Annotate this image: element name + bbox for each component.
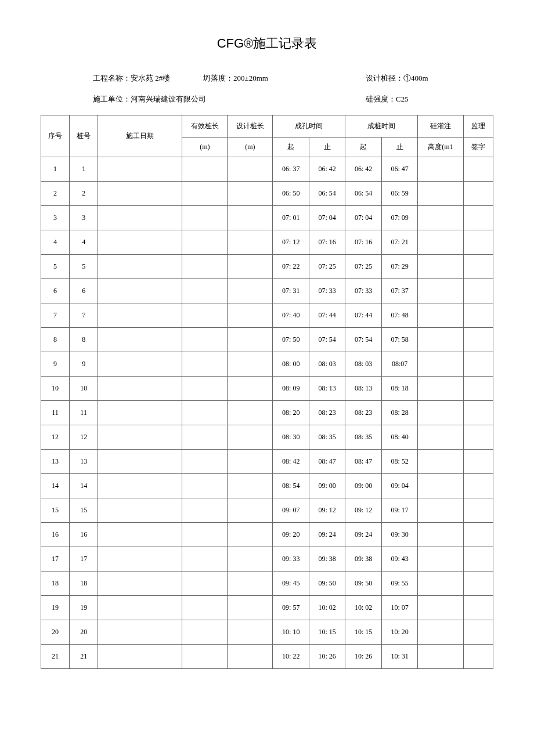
cell-pile-stop: 07: 48 xyxy=(381,303,417,328)
cell-hole-start: 09: 20 xyxy=(273,523,309,547)
cell-seq: 6 xyxy=(41,279,70,303)
cell-date xyxy=(98,352,182,377)
cell-sign xyxy=(463,352,493,377)
cell-pile-start: 09: 38 xyxy=(345,547,381,571)
cell-pile-start: 08: 13 xyxy=(345,377,381,401)
cell-pour xyxy=(418,157,463,182)
cell-pile-start: 09: 50 xyxy=(345,571,381,596)
cell-efflen xyxy=(182,596,228,620)
cell-date xyxy=(98,303,182,328)
cell-pile: 14 xyxy=(70,474,98,498)
cell-pile-start: 07: 54 xyxy=(345,328,381,352)
cell-deslen xyxy=(228,401,273,425)
cell-date xyxy=(98,230,182,255)
cell-seq: 14 xyxy=(41,474,70,498)
cell-deslen xyxy=(228,377,273,401)
cell-pile-stop: 07: 09 xyxy=(381,206,417,230)
cell-deslen xyxy=(228,547,273,571)
cell-efflen xyxy=(182,352,228,377)
cell-efflen xyxy=(182,571,228,596)
cell-pour xyxy=(418,206,463,230)
cell-deslen xyxy=(228,620,273,645)
cell-seq: 1 xyxy=(41,157,70,182)
table-row: 161609: 2009: 2409: 2409: 30 xyxy=(41,523,493,547)
meta-slump-value: 200±20mm xyxy=(233,74,268,82)
cell-pile: 19 xyxy=(70,596,98,620)
cell-pile-stop: 08: 28 xyxy=(381,401,417,425)
cell-hole-start: 08: 54 xyxy=(273,474,309,498)
cell-hole-stop: 08: 35 xyxy=(309,425,345,450)
table-row: 4407: 1207: 1607: 1607: 21 xyxy=(41,230,493,255)
cell-efflen xyxy=(182,303,228,328)
cell-efflen xyxy=(182,498,228,523)
cell-pile-start: 06: 42 xyxy=(345,157,381,182)
th-signature: 签字 xyxy=(463,138,493,157)
cell-seq: 17 xyxy=(41,547,70,571)
cell-pile: 16 xyxy=(70,523,98,547)
cell-pile-stop: 08: 52 xyxy=(381,450,417,474)
th-height: 高度(m1 xyxy=(418,138,463,157)
cell-pour xyxy=(418,401,463,425)
cell-deslen xyxy=(228,474,273,498)
table-row: 212110: 2210: 2610: 2610: 31 xyxy=(41,645,493,669)
cell-hole-start: 08: 09 xyxy=(273,377,309,401)
cell-deslen xyxy=(228,450,273,474)
cell-date xyxy=(98,474,182,498)
th-pile-start: 起 xyxy=(345,138,381,157)
cell-sign xyxy=(463,498,493,523)
cell-pile-stop: 07: 29 xyxy=(381,255,417,279)
table-row: 181809: 4509: 5009: 5009: 55 xyxy=(41,571,493,596)
cell-hole-stop: 06: 42 xyxy=(309,157,345,182)
th-piletime: 成桩时间 xyxy=(345,115,418,138)
cell-seq: 8 xyxy=(41,328,70,352)
cell-sign xyxy=(463,303,493,328)
cell-pile-stop: 09: 43 xyxy=(381,547,417,571)
cell-hole-start: 06: 37 xyxy=(273,157,309,182)
cell-pour xyxy=(418,596,463,620)
cell-efflen xyxy=(182,255,228,279)
cell-efflen xyxy=(182,474,228,498)
table-row: 141408: 5409: 0009: 0009: 04 xyxy=(41,474,493,498)
cell-hole-stop: 08: 13 xyxy=(309,377,345,401)
table-row: 1106: 3706: 4206: 4206: 47 xyxy=(41,157,493,182)
cell-deslen xyxy=(228,230,273,255)
cell-pile: 8 xyxy=(70,328,98,352)
meta-strength-label: 硅强度： xyxy=(366,95,396,103)
cell-efflen xyxy=(182,547,228,571)
table-row: 191909: 5710: 0210: 0210: 07 xyxy=(41,596,493,620)
cell-pour xyxy=(418,279,463,303)
cell-seq: 18 xyxy=(41,571,70,596)
cell-pile-stop: 09: 17 xyxy=(381,498,417,523)
cell-pile: 12 xyxy=(70,425,98,450)
cell-pour xyxy=(418,328,463,352)
table-row: 6607: 3107: 3307: 3307: 37 xyxy=(41,279,493,303)
cell-sign xyxy=(463,182,493,206)
cell-efflen xyxy=(182,230,228,255)
cell-sign xyxy=(463,523,493,547)
cell-seq: 20 xyxy=(41,620,70,645)
cell-hole-stop: 08: 23 xyxy=(309,401,345,425)
cell-seq: 11 xyxy=(41,401,70,425)
cell-pile-start: 07: 16 xyxy=(345,230,381,255)
cell-pour xyxy=(418,255,463,279)
meta-project-value: 安水苑 2#楼 xyxy=(131,74,170,82)
cell-pile-start: 06: 54 xyxy=(345,182,381,206)
cell-hole-start: 08: 42 xyxy=(273,450,309,474)
cell-date xyxy=(98,523,182,547)
cell-hole-start: 07: 22 xyxy=(273,255,309,279)
cell-deslen xyxy=(228,255,273,279)
cell-sign xyxy=(463,206,493,230)
cell-hole-stop: 08: 03 xyxy=(309,352,345,377)
cell-sign xyxy=(463,547,493,571)
table-row: 111108: 2008: 2308: 2308: 28 xyxy=(41,401,493,425)
cell-pour xyxy=(418,523,463,547)
cell-efflen xyxy=(182,645,228,669)
cell-efflen xyxy=(182,425,228,450)
cell-efflen xyxy=(182,182,228,206)
meta-diameter-value: ①400m xyxy=(403,74,428,82)
cell-pile-start: 07: 33 xyxy=(345,279,381,303)
cell-date xyxy=(98,645,182,669)
table-row: 101008: 0908: 1308: 1308: 18 xyxy=(41,377,493,401)
cell-deslen xyxy=(228,157,273,182)
cell-pour xyxy=(418,352,463,377)
